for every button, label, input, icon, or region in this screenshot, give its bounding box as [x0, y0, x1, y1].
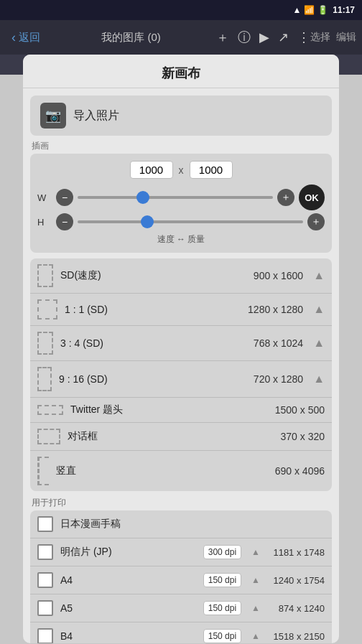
preset-size-twitter: 1500 x 500: [275, 404, 325, 416]
preset-name-1-1: 1 : 1 (SD): [65, 304, 241, 315]
print-list: 日本漫画手稿 明信片 (JP) 300 dpi ▲ 1181 x 1748 A4…: [30, 510, 332, 643]
list-item[interactable]: A5 150 dpi ▲ 874 x 1240: [30, 594, 332, 622]
b4-checkbox[interactable]: [37, 628, 53, 643]
list-item[interactable]: 对话框 370 x 320: [30, 423, 332, 451]
list-item[interactable]: 明信片 (JP) 300 dpi ▲ 1181 x 1748: [30, 538, 332, 566]
status-bar: ▲ 📶 🔋 11:17: [0, 0, 362, 20]
b4-size: 1518 x 2150: [267, 631, 325, 642]
preset-name-vertical: 竖直: [56, 465, 268, 477]
b4-dpi-arrow: ▲: [251, 631, 260, 641]
select-button[interactable]: 选择: [310, 31, 330, 44]
height-minus-button[interactable]: −: [56, 213, 73, 230]
width-value[interactable]: 1000: [130, 161, 173, 179]
canvas-ok-button[interactable]: OK: [299, 185, 325, 210]
illustration-section-label: 插画: [23, 136, 339, 154]
wifi-icon: ▲: [292, 5, 301, 15]
list-item[interactable]: SD(速度) 900 x 1600 ▲: [30, 258, 332, 294]
clock: 11:17: [333, 5, 355, 15]
nav-text-actions: 选择 编辑: [310, 31, 356, 44]
preset-thumb-dialog: [37, 429, 60, 444]
preset-arrow-9-16: ▲: [313, 373, 325, 386]
width-thumb: [136, 191, 149, 204]
preset-size-dialog: 370 x 320: [281, 431, 325, 442]
top-nav: ‹ 返回 我的图库 (0) ＋ ⓘ ▶ ↗ ⋮ 选择 编辑: [0, 20, 362, 55]
modal-overlay: 新画布 📷 导入照片 插画 1000 x 1000 W −: [0, 55, 362, 644]
preset-name-3-4: 3 : 4 (SD): [60, 337, 246, 349]
preset-thumb-1-1: [37, 299, 57, 319]
preset-size-vertical: 690 x 4096: [275, 465, 325, 477]
nav-actions: ＋ ⓘ ▶ ↗ ⋮: [216, 29, 310, 46]
speed-quality-label: 速度 ↔ 质量: [37, 233, 325, 246]
list-item[interactable]: B4 150 dpi ▲ 1518 x 2150: [30, 622, 332, 643]
list-item[interactable]: Twitter 题头 1500 x 500: [30, 398, 332, 423]
print-section-label: 用于打印: [23, 491, 339, 510]
postcard-dpi[interactable]: 300 dpi: [203, 545, 241, 559]
edit-button[interactable]: 编辑: [336, 31, 356, 44]
manga-checkbox[interactable]: [37, 516, 53, 532]
modal-scroll[interactable]: 📷 导入照片 插画 1000 x 1000 W − ＋: [23, 88, 339, 643]
width-label: W: [37, 192, 52, 203]
postcard-dpi-arrow: ▲: [251, 547, 260, 557]
preset-thumb-twitter: [37, 405, 63, 415]
width-plus-button[interactable]: ＋: [277, 189, 294, 206]
back-button[interactable]: ‹ 返回: [6, 27, 46, 48]
new-canvas-modal: 新画布 📷 导入照片 插画 1000 x 1000 W −: [23, 55, 339, 643]
width-slider-row: W − ＋ OK: [37, 185, 325, 210]
preset-arrow-1-1: ▲: [313, 303, 325, 316]
preset-thumb-9-16: [37, 367, 52, 391]
width-slider[interactable]: [78, 196, 273, 199]
list-item[interactable]: A4 150 dpi ▲ 1240 x 1754: [30, 566, 332, 594]
share-icon[interactable]: ↗: [278, 29, 289, 45]
list-item[interactable]: 9 : 16 (SD) 720 x 1280 ▲: [30, 361, 332, 398]
preset-arrow-3-4: ▲: [313, 337, 325, 350]
size-display: 1000 x 1000: [37, 161, 325, 179]
more-icon[interactable]: ⋮: [297, 29, 310, 45]
list-item[interactable]: 1 : 1 (SD) 1280 x 1280 ▲: [30, 294, 332, 326]
preset-name-twitter: Twitter 题头: [70, 403, 268, 416]
signal-icon: 📶: [304, 5, 315, 15]
preset-thumb-vertical: [37, 457, 49, 485]
preset-size-sd: 900 x 1600: [254, 270, 303, 281]
back-label: 返回: [19, 31, 40, 45]
size-separator: x: [179, 164, 184, 176]
list-item[interactable]: 3 : 4 (SD) 768 x 1024 ▲: [30, 326, 332, 361]
a4-checkbox[interactable]: [37, 572, 53, 588]
import-photo-section[interactable]: 📷 导入照片: [30, 95, 332, 136]
b4-dpi[interactable]: 150 dpi: [203, 629, 241, 643]
a4-dpi[interactable]: 150 dpi: [203, 573, 241, 587]
height-value[interactable]: 1000: [190, 161, 233, 179]
print-name-b4: B4: [60, 630, 196, 642]
a5-size: 874 x 1240: [267, 603, 325, 614]
a5-checkbox[interactable]: [37, 600, 53, 616]
preset-size-1-1: 1280 x 1280: [248, 304, 303, 315]
canvas-controls: 1000 x 1000 W − ＋ OK H −: [30, 154, 332, 253]
print-name-manga: 日本漫画手稿: [60, 518, 325, 531]
import-label: 导入照片: [73, 108, 119, 123]
postcard-checkbox[interactable]: [37, 544, 53, 560]
play-icon[interactable]: ▶: [259, 29, 269, 45]
nav-title: 我的图库 (0): [46, 31, 216, 45]
preset-size-9-16: 720 x 1280: [254, 373, 303, 385]
width-minus-button[interactable]: −: [56, 189, 73, 206]
preset-arrow-sd: ▲: [313, 269, 325, 282]
back-arrow-icon: ‹: [11, 30, 16, 45]
preset-thumb-3-4: [37, 332, 53, 355]
a4-dpi-arrow: ▲: [251, 575, 260, 585]
a5-dpi[interactable]: 150 dpi: [203, 601, 241, 615]
a5-dpi-arrow: ▲: [251, 603, 260, 613]
camera-icon: 📷: [40, 103, 66, 129]
preset-list: SD(速度) 900 x 1600 ▲ 1 : 1 (SD) 1280 x 12…: [30, 258, 332, 491]
battery-icon: 🔋: [317, 5, 328, 15]
list-item[interactable]: 日本漫画手稿: [30, 510, 332, 538]
status-icons: ▲ 📶 🔋: [292, 5, 328, 15]
info-icon[interactable]: ⓘ: [238, 29, 251, 46]
preset-name-dialog: 对话框: [68, 430, 274, 443]
a4-size: 1240 x 1754: [267, 575, 325, 586]
list-item[interactable]: 竖直 690 x 4096: [30, 451, 332, 491]
preset-size-3-4: 768 x 1024: [254, 337, 303, 349]
add-icon[interactable]: ＋: [216, 29, 229, 46]
height-plus-button[interactable]: ＋: [307, 213, 325, 230]
preset-name-sd: SD(速度): [60, 269, 246, 282]
height-slider[interactable]: [78, 220, 303, 223]
height-thumb: [141, 215, 154, 228]
